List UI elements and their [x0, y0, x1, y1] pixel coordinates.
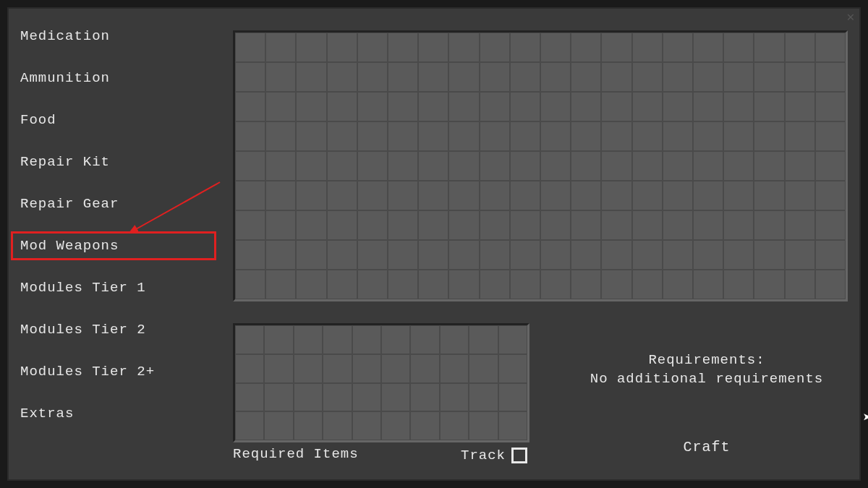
grid-cell[interactable]	[448, 121, 479, 151]
grid-cell[interactable]	[480, 33, 510, 62]
grid-cell[interactable]	[296, 62, 326, 92]
grid-cell[interactable]	[323, 354, 352, 383]
grid-cell[interactable]	[327, 240, 357, 270]
grid-cell[interactable]	[540, 181, 571, 210]
grid-cell[interactable]	[235, 240, 265, 270]
grid-cell[interactable]	[235, 354, 264, 383]
grid-cell[interactable]	[785, 121, 815, 151]
grid-cell[interactable]	[498, 383, 527, 412]
grid-cell[interactable]	[723, 210, 754, 240]
grid-cell[interactable]	[418, 240, 448, 270]
grid-cell[interactable]	[410, 354, 439, 383]
grid-cell[interactable]	[264, 411, 293, 440]
grid-cell[interactable]	[815, 270, 846, 299]
sidebar-item-repair-gear[interactable]: Repair Gear	[16, 194, 211, 213]
grid-cell[interactable]	[327, 151, 357, 181]
grid-cell[interactable]	[357, 210, 388, 240]
grid-cell[interactable]	[323, 383, 352, 412]
grid-cell[interactable]	[601, 62, 631, 92]
sidebar-item-food[interactable]: Food	[16, 111, 211, 129]
grid-cell[interactable]	[294, 354, 323, 383]
grid-cell[interactable]	[388, 151, 418, 181]
grid-cell[interactable]	[296, 210, 326, 240]
grid-cell[interactable]	[448, 151, 479, 181]
grid-cell[interactable]	[381, 411, 410, 440]
grid-cell[interactable]	[352, 325, 381, 354]
grid-cell[interactable]	[510, 121, 540, 151]
grid-cell[interactable]	[571, 33, 601, 62]
grid-cell[interactable]	[448, 210, 479, 240]
grid-cell[interactable]	[235, 325, 264, 354]
grid-cell[interactable]	[235, 62, 265, 92]
grid-cell[interactable]	[632, 240, 663, 270]
grid-cell[interactable]	[754, 62, 784, 92]
grid-cell[interactable]	[357, 181, 388, 210]
grid-cell[interactable]	[480, 240, 510, 270]
grid-cell[interactable]	[235, 181, 265, 210]
grid-cell[interactable]	[663, 151, 693, 181]
track-checkbox[interactable]	[511, 448, 527, 463]
grid-cell[interactable]	[754, 210, 784, 240]
grid-cell[interactable]	[235, 92, 265, 121]
sidebar-item-modules-tier-2[interactable]: Modules Tier 2	[16, 320, 211, 339]
grid-cell[interactable]	[480, 92, 510, 121]
grid-cell[interactable]	[540, 270, 571, 299]
grid-cell[interactable]	[440, 325, 469, 354]
grid-cell[interactable]	[663, 62, 693, 92]
grid-cell[interactable]	[448, 33, 479, 62]
grid-cell[interactable]	[693, 210, 723, 240]
grid-cell[interactable]	[632, 92, 663, 121]
grid-cell[interactable]	[418, 151, 448, 181]
grid-cell[interactable]	[294, 325, 323, 354]
grid-cell[interactable]	[540, 33, 571, 62]
grid-cell[interactable]	[571, 62, 601, 92]
grid-cell[interactable]	[510, 240, 540, 270]
grid-cell[interactable]	[510, 151, 540, 181]
grid-cell[interactable]	[327, 181, 357, 210]
grid-cell[interactable]	[785, 62, 815, 92]
grid-cell[interactable]	[632, 62, 663, 92]
sidebar-item-extras[interactable]: Extras	[16, 404, 211, 423]
grid-cell[interactable]	[235, 151, 265, 181]
craft-button[interactable]: Craft	[566, 439, 848, 455]
grid-cell[interactable]	[571, 210, 601, 240]
grid-cell[interactable]	[571, 181, 601, 210]
grid-cell[interactable]	[440, 383, 469, 412]
grid-cell[interactable]	[693, 181, 723, 210]
grid-cell[interactable]	[265, 92, 296, 121]
grid-cell[interactable]	[323, 411, 352, 440]
grid-cell[interactable]	[632, 121, 663, 151]
required-items-grid[interactable]	[233, 323, 529, 442]
grid-cell[interactable]	[723, 270, 754, 299]
grid-cell[interactable]	[540, 151, 571, 181]
close-icon[interactable]: ✕	[843, 10, 858, 25]
grid-cell[interactable]	[540, 121, 571, 151]
grid-cell[interactable]	[296, 121, 326, 151]
grid-cell[interactable]	[264, 325, 293, 354]
grid-cell[interactable]	[632, 33, 663, 62]
grid-cell[interactable]	[571, 92, 601, 121]
grid-cell[interactable]	[723, 62, 754, 92]
grid-cell[interactable]	[410, 411, 439, 440]
grid-cell[interactable]	[601, 121, 631, 151]
grid-cell[interactable]	[296, 92, 326, 121]
grid-cell[interactable]	[388, 92, 418, 121]
grid-cell[interactable]	[815, 121, 846, 151]
grid-cell[interactable]	[754, 33, 784, 62]
grid-cell[interactable]	[815, 240, 846, 270]
grid-cell[interactable]	[601, 92, 631, 121]
grid-cell[interactable]	[510, 92, 540, 121]
grid-cell[interactable]	[663, 121, 693, 151]
grid-cell[interactable]	[469, 325, 498, 354]
sidebar-item-modules-tier-2-plus[interactable]: Modules Tier 2+	[16, 362, 211, 381]
grid-cell[interactable]	[632, 210, 663, 240]
grid-cell[interactable]	[418, 210, 448, 240]
grid-cell[interactable]	[388, 33, 418, 62]
grid-cell[interactable]	[785, 240, 815, 270]
grid-cell[interactable]	[357, 121, 388, 151]
grid-cell[interactable]	[785, 210, 815, 240]
grid-cell[interactable]	[448, 62, 479, 92]
grid-cell[interactable]	[235, 33, 265, 62]
grid-cell[interactable]	[265, 62, 296, 92]
grid-cell[interactable]	[448, 92, 479, 121]
